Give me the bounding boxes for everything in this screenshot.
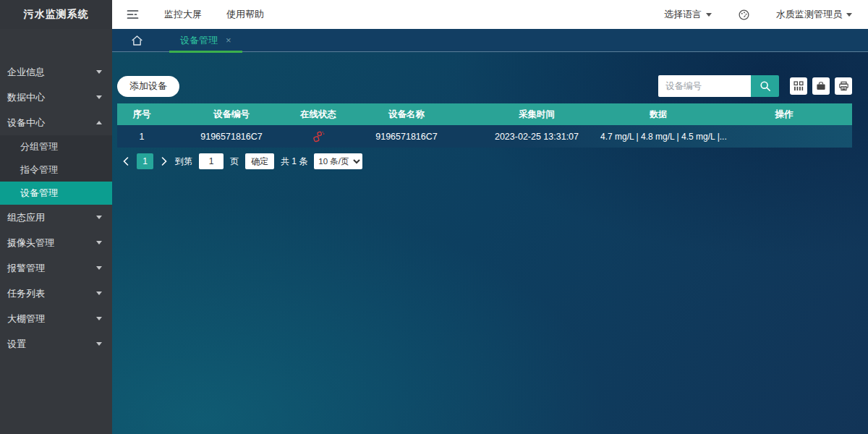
content-area: 添加设备 <box>112 52 868 434</box>
export-briefcase-icon <box>816 81 826 91</box>
search-area <box>658 75 852 97</box>
navbar-left: 监控大屏 使用帮助 <box>127 8 264 21</box>
header-operation: 操作 <box>716 109 852 121</box>
page-size-select[interactable]: 10 条/页 <box>314 153 362 169</box>
home-icon <box>131 35 143 46</box>
header-data: 数据 <box>600 109 716 121</box>
nav-monitor-screen[interactable]: 监控大屏 <box>164 8 202 21</box>
chevron-down-icon <box>96 266 102 270</box>
chevron-down-icon <box>706 13 712 17</box>
display-columns-icon <box>793 81 804 91</box>
tab-bar: 设备管理 × <box>112 29 868 52</box>
username-label: 水质监测管理员 <box>776 8 842 21</box>
sidebar-item-configuration-app[interactable]: 组态应用 <box>0 205 112 230</box>
sidebar-item-label: 数据中心 <box>7 91 45 104</box>
cell-online-status <box>297 130 340 143</box>
goto-confirm-button[interactable]: 确定 <box>245 153 274 169</box>
sidebar-item-alarm-management[interactable]: 报警管理 <box>0 255 112 281</box>
chevron-down-icon <box>96 241 102 244</box>
home-tab-button[interactable] <box>131 35 143 46</box>
chevron-down-icon <box>96 216 102 219</box>
header-collect-time: 采集时间 <box>473 109 600 121</box>
pagination: 1 到第 页 确定 共 1 条 10 条/页 <box>117 153 852 169</box>
export-button[interactable] <box>812 77 830 95</box>
chevron-down-icon <box>96 70 102 74</box>
chevron-up-icon <box>96 121 102 124</box>
print-icon <box>838 81 849 91</box>
active-tab-underline <box>169 51 242 53</box>
print-button[interactable] <box>835 77 852 95</box>
search-input[interactable] <box>658 75 751 97</box>
sidebar-subitem-command-management[interactable]: 指令管理 <box>0 158 112 182</box>
table-tool-buttons <box>790 77 852 95</box>
display-columns-button[interactable] <box>790 77 807 95</box>
sidebar-item-device-center[interactable]: 设备中心 <box>0 110 112 135</box>
theme-palette-icon <box>738 9 750 21</box>
header-index: 序号 <box>117 109 166 121</box>
search-button[interactable] <box>751 75 779 97</box>
page-number-button[interactable]: 1 <box>137 153 153 169</box>
theme-palette-button[interactable] <box>738 9 750 21</box>
sidebar-item-camera-management[interactable]: 摄像头管理 <box>0 230 112 255</box>
cell-data: 4.7 mg/L | 4.8 mg/L | 4.5 mg/L |... <box>600 132 727 142</box>
chevron-left-icon <box>123 157 129 166</box>
sidebar-menu: 企业信息 数据中心 设备中心 分组管理 指令管理 设备管理 <box>0 29 112 357</box>
chevron-right-icon <box>161 157 167 166</box>
sidebar-item-settings[interactable]: 设置 <box>0 331 112 357</box>
chevron-down-icon <box>96 292 102 295</box>
chevron-down-icon <box>96 95 102 99</box>
sidebar-item-data-center[interactable]: 数据中心 <box>0 85 112 110</box>
sidebar-item-greenhouse-management[interactable]: 大棚管理 <box>0 306 112 331</box>
sidebar: 污水监测系统 企业信息 数据中心 设备中心 分组管理 指令管理 <box>0 0 112 434</box>
main-area: 监控大屏 使用帮助 选择语言 <box>112 0 868 434</box>
cell-device-name: 9196571816C7 <box>340 132 473 142</box>
sidebar-item-label: 设置 <box>7 338 26 351</box>
tab-close-icon[interactable]: × <box>226 35 231 46</box>
table-row[interactable]: 1 9196571816C7 9196571816C7 <box>117 125 852 148</box>
language-dropdown[interactable]: 选择语言 <box>664 8 712 21</box>
cell-device-id: 9196571816C7 <box>166 132 297 142</box>
table-header-row: 序号 设备编号 在线状态 设备名称 采集时间 数据 操作 <box>117 103 852 125</box>
sidebar-subitem-label: 设备管理 <box>20 187 58 200</box>
header-device-id: 设备编号 <box>166 109 297 121</box>
app-root: 污水监测系统 企业信息 数据中心 设备中心 分组管理 指令管理 <box>0 0 868 434</box>
goto-page-suffix: 页 <box>230 156 239 168</box>
toolbar: 添加设备 <box>117 75 852 97</box>
nav-help[interactable]: 使用帮助 <box>226 8 264 21</box>
sidebar-item-label: 大棚管理 <box>7 312 45 326</box>
navbar-right: 选择语言 水质监测管理员 <box>664 8 852 21</box>
sidebar-item-label: 企业信息 <box>7 66 45 79</box>
sidebar-item-label: 摄像头管理 <box>7 237 54 250</box>
sidebar-item-task-list[interactable]: 任务列表 <box>0 281 112 306</box>
language-label: 选择语言 <box>664 8 702 21</box>
prev-page-button[interactable] <box>122 157 130 166</box>
collapse-menu-icon <box>127 9 140 20</box>
tab-device-management[interactable]: 设备管理 × <box>169 29 242 52</box>
app-title: 污水监测系统 <box>0 0 112 29</box>
sidebar-collapse-button[interactable] <box>127 9 140 20</box>
total-count-label: 共 1 条 <box>281 156 307 168</box>
user-dropdown[interactable]: 水质监测管理员 <box>776 8 852 21</box>
sidebar-subitem-label: 指令管理 <box>20 163 58 176</box>
sidebar-item-label: 组态应用 <box>7 211 45 224</box>
goto-page-prefix: 到第 <box>175 156 192 168</box>
sidebar-item-label: 任务列表 <box>7 287 45 300</box>
sidebar-subitem-device-management[interactable]: 设备管理 <box>0 182 112 205</box>
sidebar-item-label: 报警管理 <box>7 262 45 275</box>
add-device-button[interactable]: 添加设备 <box>117 76 179 97</box>
sidebar-subitem-group-management[interactable]: 分组管理 <box>0 135 112 158</box>
top-navbar: 监控大屏 使用帮助 选择语言 <box>112 0 868 29</box>
chevron-down-icon <box>96 317 102 320</box>
goto-page-input[interactable] <box>199 153 224 169</box>
header-device-name: 设备名称 <box>340 109 473 121</box>
search-icon <box>760 80 771 92</box>
cell-collect-time: 2023-02-25 13:31:07 <box>473 132 600 142</box>
sidebar-item-enterprise-info[interactable]: 企业信息 <box>0 59 112 85</box>
chevron-down-icon <box>846 13 852 17</box>
next-page-button[interactable] <box>160 157 169 166</box>
offline-status-icon <box>312 130 325 143</box>
device-center-submenu: 分组管理 指令管理 设备管理 <box>0 135 112 205</box>
device-table: 序号 设备编号 在线状态 设备名称 采集时间 数据 操作 1 919657181… <box>117 103 852 148</box>
cell-index: 1 <box>117 132 166 142</box>
tab-label: 设备管理 <box>180 34 218 47</box>
